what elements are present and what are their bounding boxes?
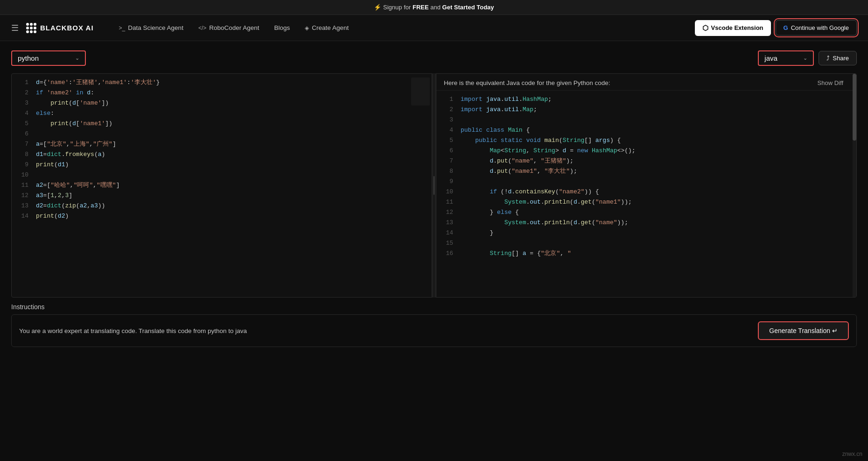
nav-link-label-blogs: Blogs [274, 24, 290, 31]
vscode-icon: ⬡ [702, 24, 708, 32]
nav-links: >_ Data Science Agent </> RoboCoder Agen… [112, 21, 695, 35]
sidebar-item-data-science[interactable]: >_ Data Science Agent [112, 21, 190, 35]
banner-text-pre: Signup for [383, 4, 413, 11]
java-line-7: 7 d.put("name", "王猪猪"); [436, 156, 849, 166]
banner-text-bold: Get Started Today [442, 4, 494, 11]
java-line-15: 15 [436, 238, 849, 248]
instructions-label: Instructions [11, 303, 857, 311]
instructions-text: You are a world expert at translating co… [19, 327, 247, 334]
source-lang-value: python [18, 54, 39, 62]
navbar: ☰ BLACKBOX AI >_ Data Science Agent </> … [0, 15, 868, 41]
code-line-10: 10 [12, 170, 432, 180]
right-scrollbar[interactable] [853, 74, 856, 297]
java-line-10: 10 if (!d.containsKey("name2")) { [436, 187, 849, 197]
chevron-down-icon-2: ⌄ [803, 55, 807, 61]
java-line-2: 2 import java.util.Map; [436, 105, 849, 115]
share-label: Share [833, 55, 849, 62]
source-lang-select[interactable]: python ⌄ [11, 50, 86, 66]
generate-translation-button[interactable]: Generate Translation ↵ [758, 321, 849, 340]
instructions-box: You are a world expert at translating co… [11, 314, 857, 347]
code-line-9: 9 print(d1) [12, 160, 432, 170]
code-line-8: 8 d1=dict.fromkeys(a) [12, 149, 432, 160]
share-icon: ⤴ [826, 55, 830, 62]
java-line-4: 4 public class Main { [436, 125, 849, 135]
java-line-8: 8 d.put("name1", "李大壮"); [436, 166, 849, 177]
java-line-5: 5 public static void main(String[] args)… [436, 135, 849, 146]
right-code-panel: Here is the equivalent Java code for the… [436, 73, 857, 298]
scrollbar-thumb [853, 74, 856, 141]
watermark: znwx.cn [842, 451, 862, 457]
divider-handle [434, 176, 434, 195]
java-line-1: 1 import java.util.HashMap; [436, 94, 849, 105]
code-line-5: 5 print(d['name1']) [12, 119, 432, 129]
banner-text-and: and [430, 4, 442, 11]
java-line-12: 12 } else { [436, 207, 849, 218]
google-label: Continue with Google [791, 24, 849, 31]
sidebar-item-robo-coder[interactable]: </> RoboCoder Agent [192, 21, 266, 35]
code-icon: </> [198, 25, 206, 31]
vscode-button[interactable]: ⬡ Vscode Extension [695, 20, 771, 36]
google-icon: G [784, 24, 788, 31]
logo: BLACKBOX AI [26, 23, 94, 33]
target-lang-value: java [764, 54, 777, 62]
banner-text-free: FREE [413, 4, 429, 11]
code-line-12: 12 a3=[1,2,3] [12, 191, 432, 201]
hamburger-icon[interactable]: ☰ [11, 23, 19, 33]
banner-icon: ⚡ [374, 4, 381, 11]
target-lang-select[interactable]: java ⌄ [758, 50, 814, 66]
code-line-13: 13 d2=dict(zip(a2,a3)) [12, 201, 432, 211]
code-line-3: 3 print(d['name']) [12, 98, 432, 108]
result-header: Here is the equivalent Java code for the… [436, 74, 856, 91]
code-line-11: 11 a2=["哈哈","呵呵","嘿嘿"] [12, 180, 432, 191]
vscode-label: Vscode Extension [711, 24, 763, 31]
panels-row: 1 d={'name':'王猪猪','name1':'李大壮'} 2 if 'n… [11, 73, 857, 298]
controls-row: python ⌄ java ⌄ ⤴ Share [11, 50, 857, 66]
left-code-area[interactable]: 1 d={'name':'王猪猪','name1':'李大壮'} 2 if 'n… [12, 74, 432, 297]
java-line-16: 16 String[] a = {"北京", " [436, 248, 849, 259]
minimap [411, 78, 430, 106]
code-line-14: 14 print(d2) [12, 211, 432, 221]
code-line-1: 1 d={'name':'王猪猪','name1':'李大壮'} [12, 78, 432, 88]
terminal-icon: >_ [119, 25, 126, 31]
java-line-3: 3 [436, 115, 849, 125]
nav-link-label-robo-coder: RoboCoder Agent [209, 24, 259, 31]
nav-actions: ⬡ Vscode Extension G Continue with Googl… [695, 20, 857, 36]
nav-link-label-data-science: Data Science Agent [128, 24, 183, 31]
google-button[interactable]: G Continue with Google [776, 20, 857, 35]
sidebar-item-blogs[interactable]: Blogs [268, 21, 297, 35]
code-line-7: 7 a=["北京","上海","广州"] [12, 139, 432, 149]
show-diff-button[interactable]: Show Diff [814, 78, 847, 88]
instructions-section: Instructions You are a world expert at t… [11, 303, 857, 355]
java-line-6: 6 Map<String, String> d = new HashMap<>(… [436, 146, 849, 156]
left-code-panel: 1 d={'name':'王猪猪','name1':'李大壮'} 2 if 'n… [11, 73, 432, 298]
java-line-11: 11 System.out.println(d.get("name1")); [436, 197, 849, 207]
top-banner: ⚡ Signup for FREE and Get Started Today [0, 0, 868, 15]
main-container: python ⌄ java ⌄ ⤴ Share 1 d={'name':'王猪猪… [0, 41, 868, 459]
agent-icon: ◈ [305, 25, 309, 31]
code-line-4: 4 else: [12, 108, 432, 119]
right-code-area[interactable]: 1 import java.util.HashMap; 2 import jav… [436, 91, 856, 297]
logo-text: BLACKBOX AI [40, 24, 94, 32]
sidebar-item-create-agent[interactable]: ◈ Create Agent [298, 21, 355, 35]
right-controls: java ⌄ ⤴ Share [758, 50, 857, 66]
java-line-13: 13 System.out.println(d.get("name")); [436, 218, 849, 228]
share-button[interactable]: ⤴ Share [819, 51, 857, 65]
logo-dots [26, 23, 36, 33]
nav-link-label-create-agent: Create Agent [312, 24, 349, 31]
code-line-6: 6 [12, 129, 432, 139]
java-line-9: 9 [436, 177, 849, 187]
chevron-down-icon: ⌄ [75, 55, 79, 61]
code-line-2: 2 if 'name2' in d: [12, 88, 432, 98]
panel-divider[interactable] [432, 73, 436, 298]
java-line-14: 14 } [436, 228, 849, 238]
